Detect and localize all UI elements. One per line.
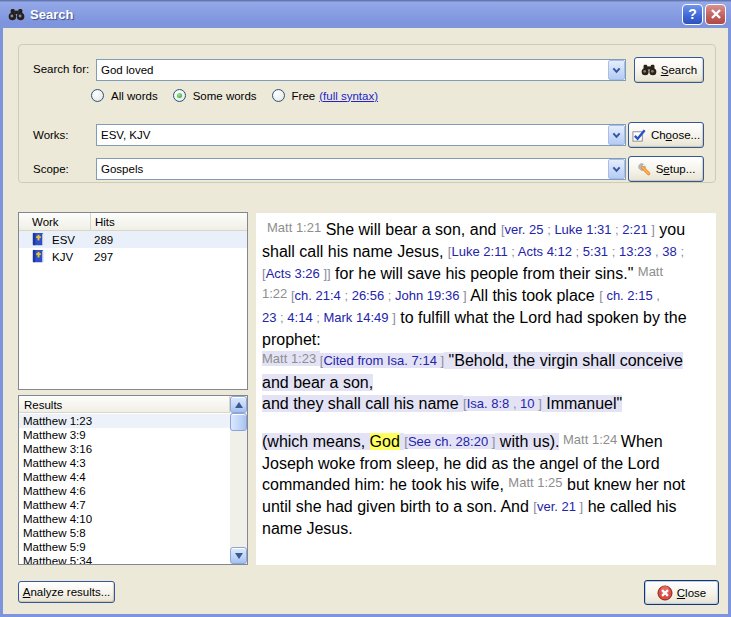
book-icon [31,232,46,247]
cross-ref-link[interactable]: See ch. 28:20 [408,434,488,449]
verse-text: , [652,244,663,259]
cross-ref-link[interactable]: Acts 3:26 [266,266,320,281]
scroll-down-button[interactable] [230,547,247,564]
scroll-thumb[interactable] [230,413,247,431]
radio-circle-selected[interactable] [173,89,186,102]
cross-ref-link[interactable]: Luke 2:11 [451,244,507,259]
verse-text: ] [535,396,542,411]
verse-text: until she had given birth to a son. And [262,498,533,515]
verse-marker: 1:22 [262,286,287,301]
cross-ref-link[interactable]: Mark 14:49 [323,310,388,325]
result-item[interactable]: Matthew 1:23 [19,414,230,428]
close-icon [657,585,673,601]
verse-text: "Behold, the virgin shall conceive [444,352,683,369]
cross-ref-link[interactable]: 10 [520,396,534,411]
cross-ref-link[interactable]: Isa. 8:8 [467,396,510,411]
verse-text: with us). [495,433,559,450]
setup-button[interactable]: Setup... [628,156,704,182]
close-window-button[interactable] [705,4,726,25]
results-scrollbar[interactable] [230,396,247,564]
search-for-value[interactable]: God loved [97,60,608,80]
result-item[interactable]: Matthew 4:3 [19,456,230,470]
result-item[interactable]: Matthew 4:4 [19,470,230,484]
verse-text: ; [544,222,555,237]
radio-some-words[interactable]: Some words [173,89,257,102]
radio-free[interactable]: Free [272,89,316,102]
verse-text: ; [608,244,619,259]
verse-text: and bear a son, [262,374,373,391]
close-button[interactable]: Close [644,580,719,605]
cross-ref-link[interactable]: Cited from Isa. 7:14 [323,353,436,368]
result-item[interactable]: Matthew 3:9 [19,428,230,442]
analyze-results-button[interactable]: Analyze results... [18,581,115,603]
radio-circle[interactable] [272,89,285,102]
cross-ref-link[interactable]: ch. 2:15 [606,288,652,303]
scope-combo-dropdown[interactable] [608,159,625,179]
search-groupbox: Search for: God loved Search [18,44,716,183]
search-for-label: Search for: [33,63,89,75]
help-button[interactable]: ? [682,4,703,25]
verse-text: shall call his name Jesus, [262,243,448,260]
cross-ref-link[interactable]: 23 [262,310,276,325]
cross-ref-link[interactable]: 4:14 [287,310,312,325]
verse-marker: Matt 1:24 [559,432,620,447]
verse-text: ; [341,288,352,303]
scroll-up-button[interactable] [230,396,247,413]
works-value[interactable]: ESV, KJV [97,125,608,145]
results-header: Results [19,396,230,413]
radio-all-words[interactable]: All words [91,89,158,102]
verse-text: [ [287,288,294,303]
result-item[interactable]: Matthew 5:34 [19,554,230,564]
search-button[interactable]: Search [634,57,704,83]
cross-ref-link[interactable]: 26:56 [352,288,385,303]
verse-marker: Matt 1:25 [508,475,562,490]
result-item[interactable]: Matthew 5:8 [19,526,230,540]
column-header-hits[interactable]: Hits [91,213,115,230]
verse-marker: Matt 1:21 [267,220,321,235]
cross-ref-link[interactable]: ver. 25 [505,222,544,237]
cross-ref-link[interactable]: Acts 4:12 [518,244,572,259]
scope-value[interactable]: Gospels [97,159,608,179]
choose-button[interactable]: Choose... [628,122,704,148]
cross-ref-link[interactable]: 38 [662,244,676,259]
result-item[interactable]: Matthew 5:9 [19,540,230,554]
result-item[interactable]: Matthew 3:16 [19,442,230,456]
verse-text: ; [384,288,395,303]
cross-ref-link[interactable]: John 19:36 [395,288,459,303]
search-for-combobox[interactable]: God loved [96,59,626,81]
verse-text: , [509,396,520,411]
verse-text: but knew her not [563,476,686,493]
text-line: prophet: [262,329,710,350]
column-header-work[interactable]: Work [19,213,91,230]
verse-text: (which means, [262,433,370,450]
scope-combobox[interactable]: Gospels [96,158,626,180]
cross-ref-link[interactable]: 13:23 [619,244,652,259]
checkmark-icon [632,128,647,143]
result-item[interactable]: Matthew 4:10 [19,512,230,526]
search-combo-dropdown[interactable] [608,60,625,80]
cross-ref-link[interactable]: ch. 21:4 [295,288,341,303]
full-syntax-link[interactable]: (full syntax) [319,90,378,102]
radio-circle[interactable] [91,89,104,102]
verse-text: you [655,221,685,238]
verse-text: prophet: [262,331,321,348]
verse-text: ]] [320,266,331,281]
cross-ref-link[interactable]: 5:31 [583,244,608,259]
works-table-row[interactable]: KJV297 [19,248,247,265]
cross-ref-link[interactable]: Luke 1:31 [554,222,611,237]
result-item[interactable]: Matthew 4:6 [19,484,230,498]
verse-text: and they shall call his name [262,395,463,412]
verse-text: ; [508,244,518,259]
verse-text: ] [488,434,495,449]
scope-label: Scope: [33,163,69,175]
cross-ref-link[interactable]: ver. 21 [537,499,576,514]
result-item[interactable]: Matthew 4:7 [19,498,230,512]
cross-ref-link[interactable]: 2:21 [622,222,647,237]
works-combobox[interactable]: ESV, KJV [96,124,626,146]
titlebar[interactable]: Search ? [0,0,731,28]
verse-text: ] [459,288,466,303]
word-mode-radios: All words Some words Free (full syntax) [91,89,378,102]
binoculars-icon [641,64,657,76]
works-combo-dropdown[interactable] [608,125,625,145]
works-table-row[interactable]: ESV289 [19,231,247,248]
